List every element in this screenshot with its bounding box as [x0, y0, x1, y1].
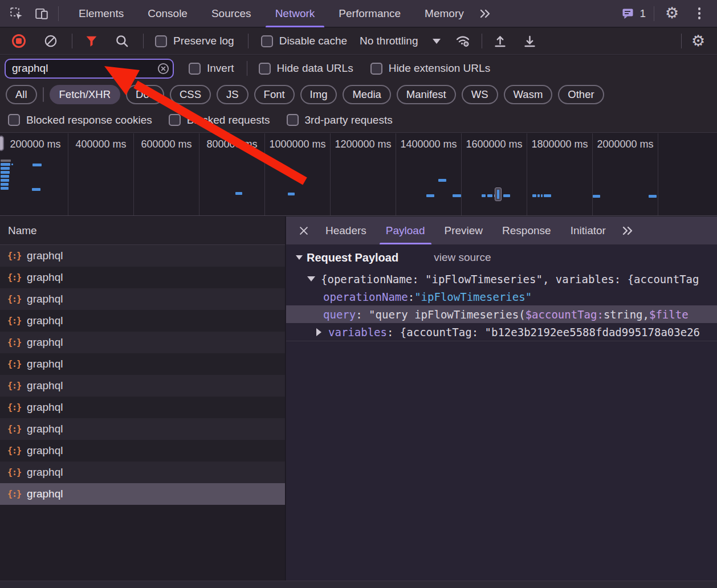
- timeline-request-bar: [1, 187, 9, 190]
- filter-chip-other[interactable]: Other: [558, 85, 604, 104]
- tab-console[interactable]: Console: [136, 0, 199, 27]
- filter-chip-fetch-xhr[interactable]: Fetch/XHR: [50, 85, 120, 104]
- clear-filter-icon[interactable]: [157, 62, 170, 75]
- close-details-icon[interactable]: [292, 217, 316, 244]
- request-row[interactable]: {:}graphql: [0, 332, 285, 353]
- network-settings-gear-icon[interactable]: ⚙: [689, 31, 708, 51]
- device-toolbar-icon[interactable]: [32, 4, 51, 23]
- view-source-link[interactable]: view source: [434, 251, 491, 264]
- name-column-header[interactable]: Name: [0, 217, 285, 245]
- request-row[interactable]: {:}graphql: [0, 310, 285, 332]
- request-row[interactable]: {:}graphql: [0, 462, 285, 483]
- request-row[interactable]: {:}graphql: [0, 483, 285, 505]
- checkbox[interactable]: [287, 114, 299, 126]
- request-payload-section-header[interactable]: Request Payload view source: [286, 245, 717, 270]
- blocked-response-cookies-checkbox[interactable]: Blocked response cookies: [8, 114, 152, 126]
- payload-tree-row[interactable]: operationName: "ipFlowTimeseries": [286, 288, 717, 305]
- timeline-overview[interactable]: 200000 ms400000 ms600000 ms800000 ms1000…: [0, 133, 717, 216]
- request-name: graphql: [27, 293, 63, 305]
- request-row[interactable]: {:}graphql: [0, 353, 285, 375]
- issues-button[interactable]: 1: [621, 7, 646, 21]
- payload-token-text: : "query ipFlowTimeseries(: [356, 308, 525, 321]
- export-har-icon[interactable]: [520, 31, 539, 51]
- checkbox[interactable]: [169, 114, 181, 126]
- expanded-triangle-icon[interactable]: [307, 276, 315, 281]
- main-tabbar-tabs: ElementsConsoleSourcesNetworkPerformance…: [67, 0, 476, 27]
- settings-gear-icon[interactable]: ⚙: [662, 4, 682, 23]
- checkbox[interactable]: [8, 114, 20, 126]
- request-row[interactable]: {:}graphql: [0, 245, 285, 267]
- invert-checkbox[interactable]: Invert: [189, 62, 234, 75]
- payload-tree-row[interactable]: variables: {accountTag: "b12e3b2192ee558…: [286, 323, 717, 341]
- network-toolbar: Preserve log Disable cache No throttling: [0, 28, 717, 55]
- checkbox[interactable]: [189, 63, 201, 75]
- payload-tree-row[interactable]: {operationName: "ipFlowTimeseries", vari…: [286, 270, 717, 288]
- inspect-element-icon[interactable]: [7, 4, 26, 23]
- tab-sources[interactable]: Sources: [199, 0, 263, 27]
- timeline-request-bar: [544, 194, 551, 197]
- request-row[interactable]: {:}graphql: [0, 440, 285, 462]
- filter-chip-manifest[interactable]: Manifest: [397, 85, 456, 104]
- timeline-request-bar: [1, 171, 10, 174]
- horizontal-scrollbar[interactable]: [0, 581, 717, 588]
- timeline-request-bar: [453, 194, 461, 197]
- hide-extension-urls-checkbox[interactable]: Hide extension URLs: [370, 62, 490, 75]
- filter-chip-css[interactable]: CSS: [170, 85, 211, 104]
- detail-tab-response[interactable]: Response: [492, 217, 561, 244]
- preserve-log-checkbox[interactable]: Preserve log: [155, 35, 234, 47]
- checkbox[interactable]: [155, 35, 167, 47]
- collapsed-triangle-icon[interactable]: [316, 328, 321, 336]
- request-row[interactable]: {:}graphql: [0, 375, 285, 397]
- payload-tree-row[interactable]: query: "query ipFlowTimeseries($accountT…: [286, 305, 717, 323]
- detail-tab-payload[interactable]: Payload: [376, 217, 435, 244]
- filter-chip-js[interactable]: JS: [217, 85, 248, 104]
- filter-chip-font[interactable]: Font: [254, 85, 295, 104]
- throttling-select[interactable]: No throttling: [360, 35, 441, 47]
- blocked-requests-checkbox[interactable]: Blocked requests: [169, 114, 270, 126]
- tab-elements[interactable]: Elements: [67, 0, 136, 27]
- timeline-range-handle[interactable]: [0, 136, 4, 151]
- clear-network-log-icon[interactable]: [41, 31, 60, 51]
- import-har-icon[interactable]: [490, 31, 510, 51]
- request-row[interactable]: {:}graphql: [0, 267, 285, 288]
- fetch-xhr-icon: {:}: [7, 381, 21, 391]
- 3rd-party-requests-checkbox[interactable]: 3rd-party requests: [287, 114, 393, 126]
- detail-tab-initiator[interactable]: Initiator: [561, 217, 616, 244]
- checkbox[interactable]: [370, 63, 382, 75]
- filter-chip-all[interactable]: All: [6, 85, 37, 104]
- request-name: graphql: [27, 401, 63, 414]
- timeline-gridline: [592, 133, 593, 215]
- timeline-tick-label: 1600000 ms: [466, 138, 522, 150]
- tab-network[interactable]: Network: [263, 0, 327, 27]
- detail-tab-preview[interactable]: Preview: [435, 217, 493, 244]
- record-network-log-icon[interactable]: [9, 31, 28, 51]
- request-name: graphql: [27, 250, 63, 262]
- checkbox[interactable]: [261, 35, 273, 47]
- more-detail-tabs-icon[interactable]: [616, 217, 641, 244]
- search-icon[interactable]: [112, 31, 132, 51]
- request-row[interactable]: {:}graphql: [0, 418, 285, 440]
- timeline-request-bar: [503, 194, 510, 197]
- filter-chip-img[interactable]: Img: [300, 85, 337, 104]
- filter-chip-wasm[interactable]: Wasm: [504, 85, 553, 104]
- filter-funnel-icon[interactable]: [82, 31, 101, 51]
- disable-cache-checkbox[interactable]: Disable cache: [261, 35, 347, 47]
- request-row[interactable]: {:}graphql: [0, 397, 285, 418]
- timeline-request-bar: [32, 164, 42, 166]
- hide-data-urls-label: Hide data URLs: [277, 62, 353, 75]
- network-conditions-icon[interactable]: [453, 31, 472, 51]
- checkbox[interactable]: [259, 63, 271, 75]
- filter-input[interactable]: [5, 59, 174, 79]
- filter-chip-doc[interactable]: Doc: [126, 85, 164, 104]
- request-row[interactable]: {:}graphql: [0, 288, 285, 310]
- detail-tab-headers[interactable]: Headers: [316, 217, 376, 244]
- filter-chip-ws[interactable]: WS: [462, 85, 498, 104]
- filter-chip-media[interactable]: Media: [343, 85, 390, 104]
- customize-menu-icon[interactable]: [690, 4, 709, 23]
- more-tabs-icon[interactable]: [476, 4, 495, 23]
- tab-performance[interactable]: Performance: [327, 0, 413, 27]
- timeline-tick-label: 1200000 ms: [335, 138, 391, 150]
- issues-chat-icon: [621, 7, 635, 21]
- hide-data-urls-checkbox[interactable]: Hide data URLs: [259, 62, 353, 75]
- tab-memory[interactable]: Memory: [413, 0, 476, 27]
